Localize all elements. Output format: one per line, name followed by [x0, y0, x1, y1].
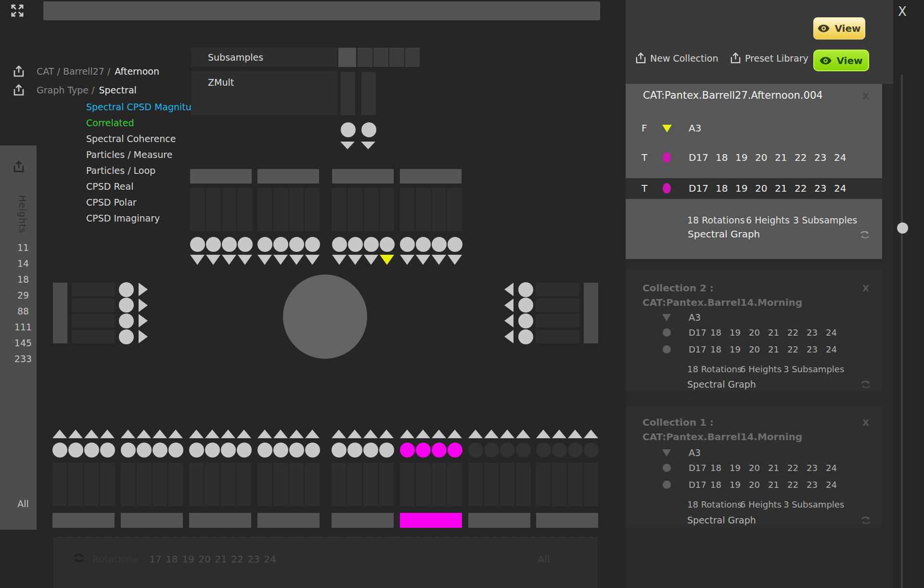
cluster-triangle[interactable]	[168, 430, 183, 438]
cluster-bottom-bar[interactable]	[536, 513, 598, 528]
cluster-triangle[interactable]	[516, 430, 530, 438]
cluster-triangle[interactable]	[153, 430, 167, 438]
group-column-bar[interactable]	[348, 188, 362, 231]
cluster-column-bar[interactable]	[237, 463, 251, 506]
group-column-bar[interactable]	[432, 188, 446, 231]
view-button-secondary[interactable]: View	[813, 17, 865, 39]
sample-triangle[interactable]	[332, 255, 346, 265]
right-widget-row[interactable]	[536, 283, 579, 296]
rotations-refresh-icon[interactable]	[73, 553, 85, 564]
sample-circle[interactable]	[332, 237, 347, 252]
sample-triangle[interactable]	[416, 255, 430, 265]
zmult-circle[interactable]	[341, 122, 356, 137]
height-value[interactable]: 29	[9, 287, 38, 303]
close-card-icon[interactable]: X	[862, 91, 869, 101]
right-widget-circle[interactable]	[518, 282, 533, 297]
row-f-value[interactable]: A3	[689, 122, 701, 134]
left-widget-triangle[interactable]	[139, 330, 148, 343]
right-widget-row[interactable]	[536, 314, 579, 327]
graph-type-option[interactable]: CPSD Polar	[86, 195, 203, 210]
right-widget-circle[interactable]	[518, 298, 533, 313]
sample-circle[interactable]	[238, 237, 253, 252]
rotation-value[interactable]: 23	[807, 327, 826, 338]
cluster-circle[interactable]	[448, 443, 462, 457]
height-value[interactable]: 111	[9, 319, 38, 335]
rotation-value[interactable]: 19	[735, 152, 755, 163]
sample-circle[interactable]	[432, 237, 447, 252]
right-widget-row[interactable]	[536, 299, 579, 312]
zmult-column[interactable]	[361, 72, 376, 115]
cluster-column-bar[interactable]	[257, 463, 272, 506]
row-marker-triangle[interactable]	[662, 314, 671, 321]
cluster-column-bar[interactable]	[584, 463, 598, 506]
rotation-value[interactable]: 24	[826, 327, 845, 338]
timeline-bar[interactable]	[43, 1, 600, 20]
cluster-triangle[interactable]	[68, 430, 83, 438]
sample-triangle[interactable]	[238, 255, 252, 265]
cluster-circle[interactable]	[516, 443, 531, 457]
left-widget-circle[interactable]	[119, 282, 134, 297]
group-column-bar[interactable]	[289, 188, 304, 231]
cluster-triangle[interactable]	[305, 430, 320, 438]
rotation-value[interactable]: 21	[775, 183, 795, 194]
sample-circle[interactable]	[257, 237, 272, 252]
cluster-column-bar[interactable]	[468, 463, 483, 506]
left-widget-row[interactable]	[72, 330, 115, 343]
cluster-column-bar[interactable]	[189, 463, 204, 506]
cluster-triangle[interactable]	[289, 430, 304, 438]
group-column-bar[interactable]	[380, 188, 394, 231]
new-collection-button[interactable]: New Collection	[635, 52, 718, 64]
subsample-cell[interactable]	[389, 48, 404, 67]
cluster-circle[interactable]	[121, 443, 136, 457]
left-widget-triangle[interactable]	[139, 314, 148, 327]
sample-circle[interactable]	[380, 237, 395, 252]
cluster-triangle[interactable]	[568, 430, 582, 438]
preset-library-button[interactable]: Preset Library	[730, 52, 808, 64]
sample-triangle-selected[interactable]	[380, 255, 394, 265]
rotation-value[interactable]: 22	[787, 344, 807, 354]
zmult-column[interactable]	[341, 72, 355, 115]
sample-circle[interactable]	[289, 237, 304, 252]
left-widget-row[interactable]	[72, 299, 115, 312]
cluster-column-bar[interactable]	[416, 463, 430, 506]
cluster-circle[interactable]	[432, 443, 447, 457]
rotation-value[interactable]: 22	[787, 463, 807, 473]
sample-triangle[interactable]	[190, 255, 205, 265]
graph-type-option[interactable]: Correlated	[86, 115, 203, 131]
rotation-value[interactable]: 21	[775, 152, 795, 163]
rotation-value[interactable]: 23	[814, 183, 834, 194]
sample-triangle[interactable]	[432, 255, 446, 265]
height-value[interactable]: 18	[9, 272, 38, 287]
cluster-column-bar[interactable]	[305, 463, 320, 506]
sample-circle[interactable]	[222, 237, 237, 252]
cluster-triangle[interactable]	[432, 430, 446, 438]
cluster-circle[interactable]	[68, 443, 83, 457]
cluster-bottom-bar[interactable]	[52, 513, 115, 528]
cluster-column-bar[interactable]	[121, 463, 135, 506]
rotation-value[interactable]: D17	[689, 480, 710, 490]
cluster-triangle[interactable]	[100, 430, 115, 438]
sample-triangle[interactable]	[289, 255, 304, 265]
right-widget-circle[interactable]	[518, 314, 533, 328]
right-widget-triangle[interactable]	[504, 283, 513, 296]
group-column-bar[interactable]	[305, 188, 320, 231]
cluster-column-bar[interactable]	[52, 463, 67, 506]
row-a-value[interactable]: A3	[689, 312, 701, 323]
view-button-primary[interactable]: View	[813, 50, 869, 71]
cluster-circle[interactable]	[363, 443, 378, 457]
rotation-value[interactable]: 20	[749, 463, 768, 473]
rotation-value[interactable]: 22	[795, 183, 814, 194]
cluster-column-bar[interactable]	[500, 463, 514, 506]
cluster-circle[interactable]	[52, 443, 67, 457]
cluster-column-bar[interactable]	[400, 463, 414, 506]
cluster-triangle[interactable]	[347, 430, 362, 438]
sample-triangle[interactable]	[400, 255, 414, 265]
cluster-circle[interactable]	[468, 443, 483, 457]
zmult-box[interactable]: ZMult	[191, 71, 337, 115]
rotation-value[interactable]: 23	[814, 152, 834, 163]
cluster-column-bar[interactable]	[273, 463, 288, 506]
rotation-value[interactable]: 18	[716, 183, 735, 194]
cluster-bottom-bar[interactable]	[257, 513, 320, 528]
rotation-value[interactable]: 21	[768, 344, 787, 354]
group-column-bar[interactable]	[364, 188, 378, 231]
